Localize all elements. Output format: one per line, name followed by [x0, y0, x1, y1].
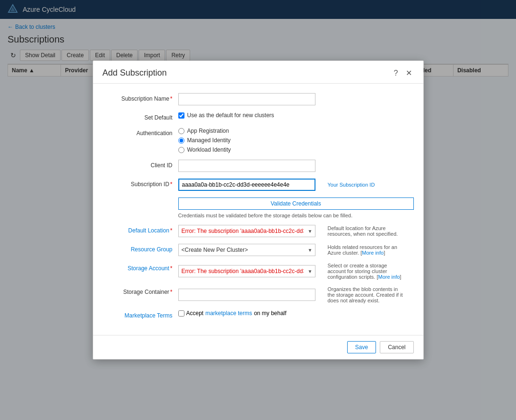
modal-header: Add Subscription ? ✕ [93, 61, 423, 81]
modal-overlay: Add Subscription ? ✕ Subscription Name S… [0, 0, 516, 81]
close-button[interactable]: ✕ [404, 68, 414, 78]
help-button[interactable]: ? [392, 68, 400, 78]
add-subscription-modal: Add Subscription ? ✕ Subscription Name S… [93, 60, 424, 81]
modal-header-icons: ? ✕ [392, 68, 414, 78]
modal-title: Add Subscription [103, 68, 167, 78]
